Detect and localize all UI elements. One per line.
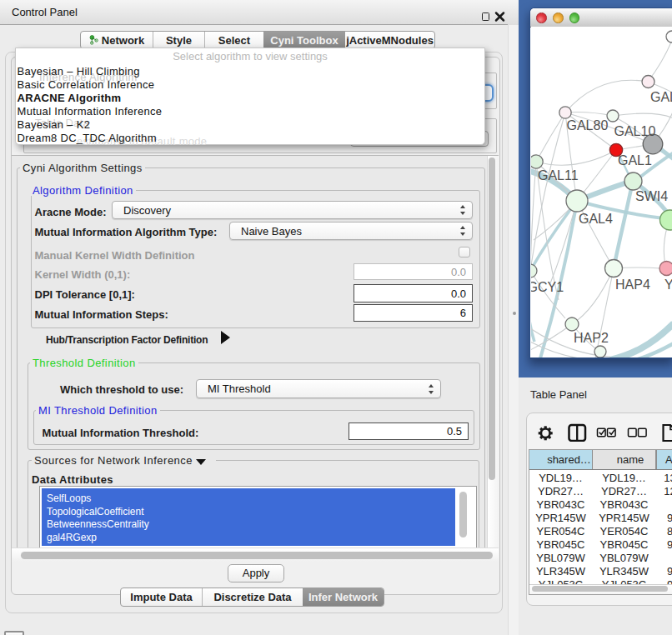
svg-text:GAL4: GAL4 <box>579 212 613 226</box>
svg-text:GAL10: GAL10 <box>614 124 656 138</box>
svg-text:GAL11: GAL11 <box>538 168 579 182</box>
svg-text:YJ: YJ <box>664 278 672 292</box>
svg-text:GAL2: GAL2 <box>650 90 672 104</box>
svg-text:SWI4: SWI4 <box>635 189 668 203</box>
svg-text:HAP4: HAP4 <box>615 278 650 292</box>
svg-text:GCY1: GCY1 <box>531 280 564 294</box>
svg-text:HAP2: HAP2 <box>574 331 609 345</box>
svg-text:GAL1: GAL1 <box>618 153 652 168</box>
svg-text:GAL80: GAL80 <box>567 118 609 132</box>
